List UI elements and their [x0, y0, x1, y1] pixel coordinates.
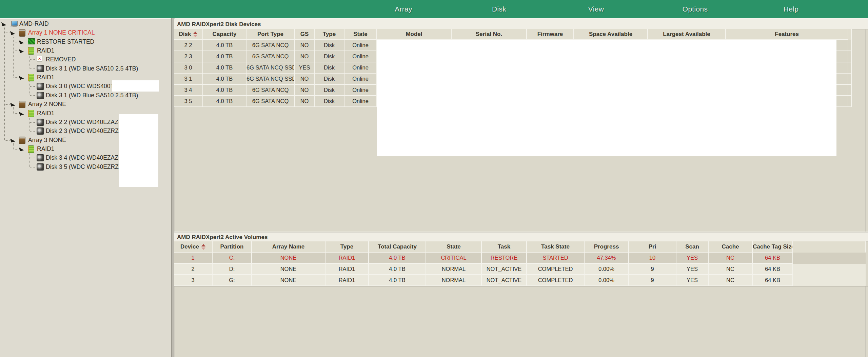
expander-icon[interactable]	[19, 111, 24, 116]
menu-item-options[interactable]: Options	[683, 0, 708, 18]
table-row[interactable]: 1C:NONERAID14.0 TBCRITICALRESTORESTARTED…	[174, 253, 866, 264]
tree-item-label: Disk 3 1 (WD Blue SA510 2.5 4TB)	[46, 64, 138, 73]
tree-item-label: Array 3 NONE	[28, 136, 66, 144]
column-header-label: Scan	[685, 243, 699, 250]
disk-icon	[37, 163, 44, 171]
redaction-box-tree-upper	[112, 80, 159, 92]
column-header-features[interactable]: Features	[726, 29, 848, 40]
table-cell-filler	[848, 85, 852, 96]
column-header-device[interactable]: Device	[174, 241, 213, 253]
volumes-table-bottom-line	[174, 286, 868, 286]
expander-icon[interactable]	[19, 39, 24, 44]
column-header-label: Task	[498, 243, 511, 250]
column-header-label: GS	[300, 31, 309, 37]
disk-icon	[37, 65, 44, 72]
column-header-disk[interactable]: Disk	[174, 29, 203, 40]
tree-item-restore-started[interactable]: RESTORE STARTED	[0, 37, 171, 46]
column-header-capacity[interactable]: Capacity	[203, 29, 246, 40]
column-header-type[interactable]: Type	[326, 241, 369, 253]
redaction-box-device-details	[377, 40, 836, 156]
expander-icon[interactable]	[19, 48, 24, 53]
column-header-label: Device	[180, 243, 199, 250]
column-header-label: Progress	[594, 243, 619, 250]
tree-item-disk-3-1-wd-blue-sa510-2-5-4tb[interactable]: Disk 3 1 (WD Blue SA510 2.5 4TB)	[0, 91, 171, 100]
tree-item-removed[interactable]: REMOVED	[0, 55, 171, 64]
table-cell: 47.34%	[585, 253, 629, 264]
array-icon	[19, 101, 25, 108]
column-header-pri[interactable]: Pri	[629, 241, 676, 253]
table-cell: 4.0 TB	[369, 253, 426, 264]
column-header-partition[interactable]: Partition	[213, 241, 252, 253]
array-icon	[19, 29, 25, 37]
column-header-model[interactable]: Model	[377, 29, 452, 40]
table-cell: Disk	[315, 85, 344, 96]
disk-icon	[37, 119, 44, 126]
disk-icon	[37, 154, 44, 161]
table-cell: 3 5	[174, 96, 203, 107]
column-header-serial-no[interactable]: Serial No.	[452, 29, 527, 40]
table-row[interactable]: 2D:NONERAID14.0 TBNORMALNOT_ACTIVECOMPLE…	[174, 264, 866, 275]
tree-item-disk-3-1-wd-blue-sa510-2-5-4tb[interactable]: Disk 3 1 (WD Blue SA510 2.5 4TB)	[0, 64, 171, 73]
column-header-firmware[interactable]: Firmware	[527, 29, 574, 40]
table-cell: RAID1	[326, 264, 369, 275]
table-cell: Disk	[315, 51, 344, 62]
table-cell-filler	[793, 264, 866, 275]
menu-item-array[interactable]: Array	[395, 0, 412, 18]
table-cell: 64 KB	[753, 253, 793, 264]
column-header-task[interactable]: Task	[482, 241, 527, 253]
table-cell: NO	[295, 40, 315, 51]
column-header-label: Disk	[179, 31, 191, 37]
redaction-box-tree-lower	[119, 114, 158, 187]
table-cell: 4.0 TB	[203, 62, 246, 74]
expander-icon[interactable]	[10, 137, 16, 142]
raid-icon	[28, 74, 34, 81]
tree-item-array-1-none-critical[interactable]: Array 1 NONE CRITICAL	[0, 28, 171, 37]
column-header-task-state[interactable]: Task State	[527, 241, 585, 253]
column-header-cache[interactable]: Cache	[709, 241, 753, 253]
column-header-type[interactable]: Type	[315, 29, 344, 40]
column-header-total-capacity[interactable]: Total Capacity	[369, 241, 426, 253]
table-cell: G:	[213, 275, 252, 286]
table-cell: 4.0 TB	[369, 275, 426, 286]
tree-item-amd-raid[interactable]: AMD-RAID	[0, 19, 171, 28]
table-cell: 4.0 TB	[203, 40, 246, 51]
expander-icon[interactable]	[10, 102, 16, 107]
column-header-state[interactable]: State	[344, 29, 377, 40]
column-header-port-type[interactable]: Port Type	[246, 29, 295, 40]
menu-item-view[interactable]: View	[588, 0, 604, 18]
column-header-scan[interactable]: Scan	[676, 241, 709, 253]
expander-icon[interactable]	[1, 21, 7, 26]
column-header-cache-tag-size[interactable]: Cache Tag Size	[753, 241, 793, 253]
table-cell: CRITICAL	[426, 253, 482, 264]
table-cell: NO	[295, 85, 315, 96]
column-header-label: Partition	[220, 243, 244, 250]
column-header-label: Task State	[541, 243, 570, 250]
menu-item-help[interactable]: Help	[784, 0, 798, 18]
column-header-label: Total Capacity	[378, 243, 417, 250]
table-cell: 9	[629, 264, 676, 275]
table-cell: 64 KB	[753, 275, 793, 286]
menu-item-disk[interactable]: Disk	[492, 0, 506, 18]
column-header-gs[interactable]: GS	[295, 29, 315, 40]
expander-icon[interactable]	[19, 75, 24, 80]
column-header-array-name[interactable]: Array Name	[252, 241, 326, 253]
expander-icon[interactable]	[10, 30, 16, 35]
expander-icon[interactable]	[19, 146, 24, 151]
tree-item-array-2-none[interactable]: Array 2 NONE	[0, 100, 171, 108]
column-header-state[interactable]: State	[426, 241, 482, 253]
table-cell: 1	[174, 253, 213, 264]
menu-bar: ArrayDiskViewOptionsHelp	[0, 0, 868, 18]
table-cell: Disk	[315, 74, 344, 85]
column-header-label: Pri	[649, 243, 656, 250]
column-header-progress[interactable]: Progress	[585, 241, 629, 253]
raid-icon	[28, 110, 34, 117]
column-header-label: Type	[323, 31, 336, 37]
tree-item-raid1[interactable]: RAID1	[0, 46, 171, 55]
table-row[interactable]: 3G:NONERAID14.0 TBNORMALNOT_ACTIVECOMPLE…	[174, 275, 866, 286]
table-cell: 10	[629, 253, 676, 264]
column-header-space-available[interactable]: Space Available	[574, 29, 648, 40]
column-header-largest-available[interactable]: Largest Available	[648, 29, 726, 40]
table-cell: 3	[174, 275, 213, 286]
active-volumes-panel-title: AMD RAIDXpert2 Active Volumes	[174, 233, 868, 241]
tree-item-label: Disk 2 2 (WDC WD40EZAZ-	[46, 118, 120, 126]
